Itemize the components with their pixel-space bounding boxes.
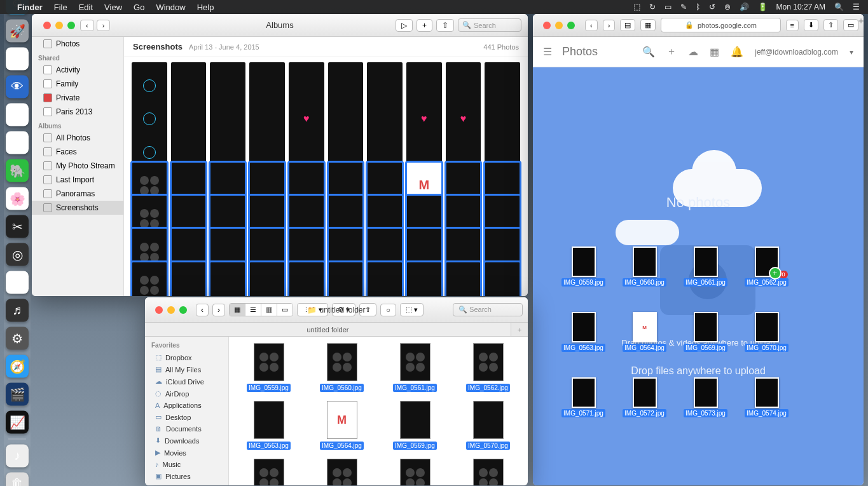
sidebar-item-family[interactable]: Family [32, 77, 123, 91]
dock-app-itunes[interactable]: ♬ [6, 299, 29, 321]
sidebar-item-last-import[interactable]: Last Import [32, 173, 123, 187]
dock-app-screenflow[interactable]: 🎬 [6, 382, 29, 405]
create-icon[interactable]: ＋ [666, 45, 677, 58]
dropbox-icon[interactable]: ⬚ [630, 3, 644, 11]
sidebar-item-all-my-files[interactable]: ▤All My Files [145, 363, 228, 375]
timemachine-icon[interactable]: ↺ [706, 3, 719, 11]
sidebar-item-screenshots[interactable]: Screenshots [32, 201, 123, 215]
dock-app-preview[interactable]: 👁 [6, 75, 29, 98]
search-icon[interactable]: 🔍 [642, 46, 655, 58]
play-button[interactable]: ▷ [396, 19, 413, 32]
file-item[interactable]: IMG_0559.jpg [235, 343, 302, 392]
sidebar-item-my-photo-stream[interactable]: My Photo Stream [32, 159, 123, 173]
menu-view[interactable]: View [99, 3, 128, 12]
dock-app-activity[interactable]: 📈 [6, 410, 29, 433]
sidebar-item-icloud-drive[interactable]: ☁iCloud Drive [145, 375, 228, 388]
sidebar-button[interactable]: ▤ [620, 19, 635, 31]
close-button[interactable] [155, 306, 163, 314]
menu-go[interactable]: Go [128, 3, 150, 12]
sidebar-item-faces[interactable]: Faces [32, 145, 123, 159]
column-view-button[interactable]: ▥ [261, 304, 277, 316]
dock-app-photos2[interactable]: ✿ [6, 271, 29, 294]
dock-app-settings[interactable]: ⚙ [6, 327, 29, 349]
back-button[interactable]: ‹ [585, 20, 598, 31]
dock-app-logic[interactable]: ◎ [6, 243, 29, 266]
clock[interactable]: Mon 10:27 AM [773, 3, 829, 11]
maximize-button[interactable] [179, 306, 187, 314]
list-view-button[interactable]: ☰ [245, 304, 261, 316]
dock-app-launchpad[interactable]: 🚀 [6, 19, 29, 42]
sidebar-item-panoramas[interactable]: Panoramas [32, 187, 123, 201]
sidebar-item-movies[interactable]: ▶Movies [145, 447, 228, 459]
sync-icon[interactable]: ↻ [646, 3, 659, 11]
battery-icon[interactable]: 🔋 [755, 3, 771, 11]
sidebar-item-pictures[interactable]: ▣Pictures [145, 470, 228, 482]
safari-new-tab-button[interactable]: ＋ [857, 15, 865, 27]
dock-app-calendar[interactable]: 8 [6, 131, 29, 154]
sidebar-item-jeff[interactable]: ⌂Jeff [145, 482, 228, 485]
icon-view-button[interactable]: ▦ [230, 304, 245, 316]
file-item[interactable]: MIMG_0564.jpg [308, 401, 375, 450]
sidebar-item-applications[interactable]: AApplications [145, 400, 228, 411]
maximize-button[interactable] [67, 22, 75, 29]
photo-thumb[interactable] [171, 262, 207, 296]
menu-edit[interactable]: Edit [73, 3, 99, 12]
file-item[interactable]: IMG_0570.jpg [455, 401, 521, 450]
file-item[interactable]: IMG_0569.jpg [382, 401, 448, 450]
photo-thumb[interactable] [210, 262, 245, 296]
dock-music-file[interactable]: ♪ [6, 444, 29, 467]
search-input[interactable]: 🔍Search [458, 18, 521, 32]
menu-icon[interactable]: ☰ [543, 46, 552, 58]
forward-button[interactable]: › [97, 20, 111, 31]
sidebar-item-documents[interactable]: 🗎Documents [145, 423, 228, 435]
app-menu[interactable]: Finder [11, 3, 48, 12]
evernote-icon[interactable]: ✎ [677, 3, 690, 11]
volume-icon[interactable]: 🔊 [736, 3, 752, 11]
sidebar-item-photos[interactable]: Photos [32, 37, 123, 51]
new-tab-button[interactable]: + [511, 323, 528, 336]
sidebar-item-activity[interactable]: Activity [32, 63, 123, 77]
spotlight-icon[interactable]: 🔍 [831, 3, 847, 11]
back-button[interactable]: ‹ [196, 304, 209, 316]
photo-thumb[interactable] [328, 262, 364, 296]
file-item[interactable]: IMG_0561.jpg [382, 343, 448, 392]
share-button[interactable]: ⇧ [823, 19, 838, 31]
maximize-button[interactable] [567, 22, 575, 29]
photo-thumb[interactable] [132, 262, 167, 296]
sidebar-item-music[interactable]: ♪Music [145, 459, 228, 470]
minimize-button[interactable] [555, 22, 563, 29]
tags-button[interactable]: ○ [380, 304, 396, 316]
share-button[interactable]: ⇧ [436, 19, 454, 32]
photo-thumb[interactable] [249, 262, 285, 296]
dock-app-slack[interactable]: S [6, 103, 29, 126]
display-icon[interactable]: ▭ [661, 3, 675, 11]
file-item[interactable]: IMG_0562.jpg [455, 343, 521, 392]
sidebar-item-desktop[interactable]: ▭Desktop [145, 411, 228, 423]
apps-icon[interactable]: ▦ [710, 46, 719, 58]
reader-button[interactable]: ≡ [786, 20, 799, 31]
notifications-icon[interactable]: ☰ [850, 3, 863, 11]
back-button[interactable]: ‹ [80, 20, 94, 31]
sidebar-item-airdrop[interactable]: ◌AirDrop [145, 388, 228, 400]
topsites-button[interactable]: ▦ [640, 19, 656, 31]
sidebar-item-downloads[interactable]: ⬇Downloads [145, 435, 228, 447]
dock-app-chrome[interactable]: ◉ [6, 47, 29, 70]
bluetooth-icon[interactable]: ᛒ [692, 3, 703, 11]
coverflow-view-button[interactable]: ▭ [277, 304, 293, 316]
file-item[interactable]: IMG_0571.jpg [235, 459, 302, 485]
photo-thumb[interactable] [406, 262, 442, 296]
forward-button[interactable]: › [212, 304, 225, 316]
upload-icon[interactable]: ☁ [688, 46, 698, 58]
dropbox-button[interactable]: ⬚ ▾ [400, 303, 424, 316]
sidebar-item-all-photos[interactable]: All Photos [32, 131, 123, 145]
menu-help[interactable]: Help [191, 3, 220, 12]
add-button[interactable]: + [417, 19, 432, 32]
close-button[interactable] [43, 22, 51, 29]
file-item[interactable]: IMG_0560.jpg [308, 343, 375, 392]
close-button[interactable] [543, 22, 551, 29]
wifi-icon[interactable]: ⊚ [721, 3, 734, 11]
sidebar-item-dropbox[interactable]: ⬚Dropbox [145, 351, 228, 363]
dock-app-fcpx[interactable]: ✂ [6, 215, 29, 238]
menu-window[interactable]: Window [150, 3, 191, 12]
downloads-button[interactable]: ⬇ [804, 19, 818, 31]
